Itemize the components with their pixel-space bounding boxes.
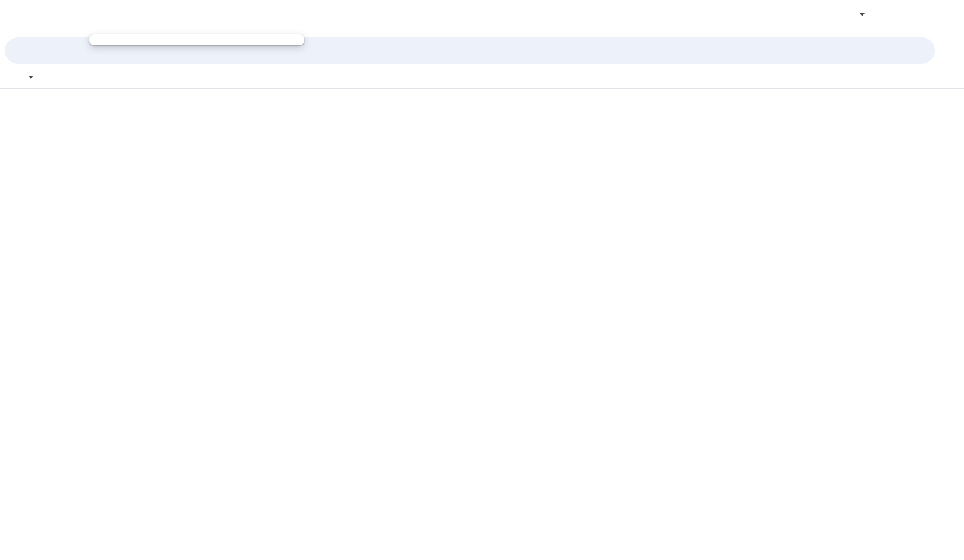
video-call-caret-icon[interactable] [860, 13, 865, 16]
lock-icon [891, 10, 901, 20]
video-call-icon[interactable] [835, 7, 850, 22]
insert-menu [89, 34, 304, 45]
move-folder-icon[interactable] [43, 4, 55, 16]
spreadsheet-grid [0, 101, 964, 157]
formula-bar [0, 66, 964, 89]
star-icon[interactable] [22, 4, 34, 16]
formula-bar-divider [43, 70, 43, 84]
topbar [0, 0, 964, 34]
version-history-icon[interactable] [769, 7, 783, 22]
share-button[interactable] [881, 5, 916, 25]
sheet-title-banner[interactable] [0, 101, 964, 143]
document-title-row [13, 2, 77, 18]
fill-handle[interactable] [0, 157, 5, 162]
cloud-saved-icon [64, 4, 77, 16]
name-box-caret-icon[interactable] [28, 76, 33, 79]
open-comments-icon[interactable] [801, 7, 816, 22]
header-row [0, 143, 964, 157]
